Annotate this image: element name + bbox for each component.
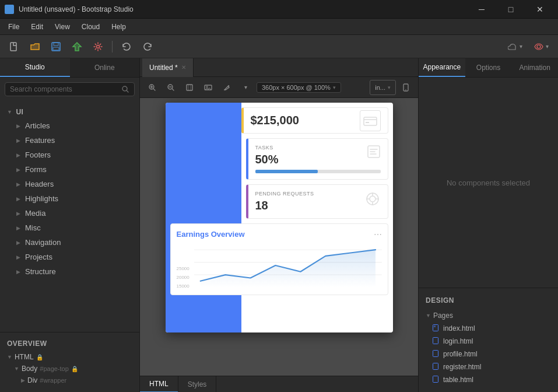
features-label: Features xyxy=(25,136,55,145)
sidebar-item-articles[interactable]: ▶ Articles xyxy=(0,118,139,133)
page-item-login[interactable]: login.html xyxy=(419,335,558,348)
mobile-view-button[interactable] xyxy=(398,80,413,95)
pending-title: PENDING REQUESTS xyxy=(255,191,381,197)
earnings-chart-svg xyxy=(194,242,382,289)
overview-tree: ▼ HTML 🔒 ▼ Body #page-top 🔒 ▶ Div #wrapp… xyxy=(0,350,139,387)
media-arrow-icon: ▶ xyxy=(16,211,20,216)
sidebar-item-highlights[interactable]: ▶ Highlights xyxy=(0,191,139,206)
svg-rect-28 xyxy=(433,363,438,370)
panel-tab-appearance[interactable]: Appearance xyxy=(419,58,465,77)
canvas-tab-close-btn[interactable]: ✕ xyxy=(181,64,186,71)
svg-rect-26 xyxy=(433,338,438,344)
search-input[interactable] xyxy=(10,85,118,93)
panel-tab-options[interactable]: Options xyxy=(465,58,512,77)
zoom-out-button[interactable] xyxy=(163,80,178,95)
sidebar-item-footers[interactable]: ▶ Footers xyxy=(0,148,139,162)
page-item-profile[interactable]: profile.html xyxy=(419,348,558,360)
overview-header: Overview xyxy=(0,337,139,350)
panel-right-tabs: Appearance Options Animation xyxy=(419,58,558,78)
div-label: Div xyxy=(27,376,37,384)
canvas-bottom-tabs: HTML Styles xyxy=(140,376,418,392)
settings-button[interactable] xyxy=(89,38,107,55)
image-toggle-button[interactable] xyxy=(201,80,216,95)
undo-button[interactable] xyxy=(117,38,136,55)
sidebar-tab-studio[interactable]: Studio xyxy=(0,58,70,77)
pending-icon xyxy=(364,191,381,209)
chart-title: Earnings Overview xyxy=(177,230,382,239)
page-icon-table xyxy=(433,376,438,384)
canvas-size-text: 360px × 600px @ 100% xyxy=(262,84,331,91)
page-item-table[interactable]: table.html xyxy=(419,373,558,386)
svg-rect-27 xyxy=(433,351,438,357)
pages-label: Pages xyxy=(433,312,453,320)
sidebar-item-misc[interactable]: ▶ Misc xyxy=(0,220,139,235)
menu-view[interactable]: View xyxy=(49,20,76,33)
sidebar-item-structure[interactable]: ▶ Structure xyxy=(0,264,139,279)
overview-item-body[interactable]: ▼ Body #page-top 🔒 xyxy=(0,363,139,374)
phone-content: $215,000 TASKS 50% xyxy=(166,107,393,295)
sidebar-tab-online[interactable]: Online xyxy=(70,58,140,77)
chart-body: 25000 20000 15000 xyxy=(177,242,382,289)
svg-rect-16 xyxy=(366,122,369,123)
chart-y-labels: 25000 20000 15000 xyxy=(177,266,189,289)
canvas-tab-untitled[interactable]: Untitled * ✕ xyxy=(142,58,194,77)
dashboard-card-tasks: TASKS 50% xyxy=(246,138,388,180)
sidebar-item-headers[interactable]: ▶ Headers xyxy=(0,177,139,191)
page-label-profile: profile.html xyxy=(443,350,478,358)
tasks-progress-fill xyxy=(255,170,318,173)
body-lock-icon: 🔒 xyxy=(71,366,78,372)
breakpoint-button[interactable]: ▾ xyxy=(238,80,253,95)
articles-label: Articles xyxy=(25,121,50,130)
design-header: Design xyxy=(419,293,558,308)
svg-point-6 xyxy=(537,45,541,48)
paint-button[interactable] xyxy=(219,80,234,95)
sidebar-item-features[interactable]: ▶ Features xyxy=(0,133,139,148)
overview-item-div[interactable]: ▶ Div #wrapper xyxy=(0,374,139,386)
device-select-button[interactable] xyxy=(182,80,197,95)
menu-edit[interactable]: Edit xyxy=(25,20,49,33)
highlights-label: Highlights xyxy=(25,194,58,203)
page-item-register[interactable]: register.html xyxy=(419,360,558,373)
overview-item-html[interactable]: ▼ HTML 🔒 xyxy=(0,351,139,363)
search-icon xyxy=(121,85,129,93)
dashboard-card-income: $215,000 xyxy=(241,107,388,134)
open-file-button[interactable] xyxy=(26,38,44,55)
income-icon xyxy=(360,110,381,131)
headers-label: Headers xyxy=(25,180,54,188)
menu-cloud[interactable]: Cloud xyxy=(76,20,106,33)
no-selection-message: No components selected xyxy=(419,78,558,288)
pages-section-header[interactable]: ▼ Pages xyxy=(419,309,558,322)
close-button[interactable]: ✕ xyxy=(527,0,553,19)
panel-right: Appearance Options Animation No componen… xyxy=(418,58,558,392)
tasks-title: TASKS xyxy=(255,145,381,150)
save-button[interactable] xyxy=(47,38,65,55)
zoom-in-button[interactable] xyxy=(145,80,160,95)
sidebar-item-navigation[interactable]: ▶ Navigation xyxy=(0,235,139,250)
page-item-index[interactable]: index.html xyxy=(419,322,558,335)
redo-button[interactable] xyxy=(138,38,157,55)
component-tree: ▼ UI ▶ Articles ▶ Features ▶ Footers ▶ xyxy=(0,101,139,332)
canvas-bottom-tab-styles[interactable]: Styles xyxy=(178,376,217,393)
minimize-button[interactable]: ─ xyxy=(468,0,495,19)
html-lock-icon: 🔒 xyxy=(36,354,43,360)
sidebar-item-projects[interactable]: ▶ Projects xyxy=(0,250,139,264)
maximize-button[interactable]: □ xyxy=(497,0,524,19)
menu-help[interactable]: Help xyxy=(106,20,132,33)
svg-point-19 xyxy=(370,196,375,202)
structure-label: Structure xyxy=(25,267,56,276)
responsive-dropdown-button[interactable]: in... ▾ xyxy=(370,80,396,95)
tree-section-header-ui[interactable]: ▼ UI xyxy=(0,106,139,118)
export-button[interactable] xyxy=(68,38,86,55)
chart-more-button[interactable]: ⋯ xyxy=(374,230,382,239)
pages-arrow-icon: ▼ xyxy=(426,313,431,318)
forms-label: Forms xyxy=(25,165,47,174)
panel-tab-animation[interactable]: Animation xyxy=(511,58,558,77)
canvas-size-arrow: ▾ xyxy=(333,85,336,90)
sidebar-item-forms[interactable]: ▶ Forms xyxy=(0,162,139,177)
canvas-bottom-tab-html[interactable]: HTML xyxy=(140,376,178,393)
preview-button[interactable]: ▾ xyxy=(529,38,553,55)
new-file-button[interactable] xyxy=(5,38,23,55)
menu-file[interactable]: File xyxy=(2,20,25,33)
cloud-button[interactable]: ▾ xyxy=(503,38,527,55)
sidebar-item-media[interactable]: ▶ Media xyxy=(0,206,139,220)
